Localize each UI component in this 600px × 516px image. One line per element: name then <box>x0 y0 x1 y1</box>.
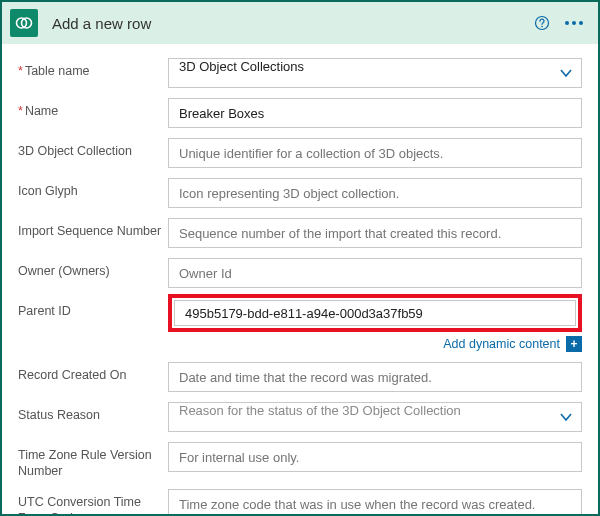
field-row-parent-id: Parent ID <box>18 294 582 332</box>
field-row-collection: 3D Object Collection <box>18 138 582 168</box>
card-title: Add a new row <box>52 15 530 32</box>
field-label: *Name <box>18 98 168 120</box>
tz-rule-input[interactable] <box>168 442 582 472</box>
import-seq-input[interactable] <box>168 218 582 248</box>
field-row-status-reason: Status Reason Reason for the status of t… <box>18 402 582 432</box>
table-name-value: 3D Object Collections <box>168 58 582 88</box>
record-created-input[interactable] <box>168 362 582 392</box>
field-label: UTC Conversion Time Zone Code <box>18 489 168 514</box>
dynamic-content-row: Add dynamic content + <box>18 336 582 352</box>
field-row-record-created: Record Created On <box>18 362 582 392</box>
name-input[interactable] <box>168 98 582 128</box>
owner-input-wrap <box>168 258 582 288</box>
field-label: *Table name <box>18 58 168 80</box>
svg-point-3 <box>541 26 543 28</box>
field-label: Icon Glyph <box>18 178 168 200</box>
field-label: Import Sequence Number <box>18 218 168 240</box>
parent-id-highlight <box>168 294 582 332</box>
field-label: Status Reason <box>18 402 168 424</box>
name-input-wrap <box>168 98 582 128</box>
field-label: Time Zone Rule Version Number <box>18 442 168 479</box>
parent-id-input[interactable] <box>174 300 576 326</box>
field-row-utc-conv: UTC Conversion Time Zone Code <box>18 489 582 514</box>
help-button[interactable] <box>530 11 554 35</box>
record-created-input-wrap <box>168 362 582 392</box>
icon-glyph-input-wrap <box>168 178 582 208</box>
field-row-import-seq: Import Sequence Number <box>18 218 582 248</box>
field-row-table-name: *Table name 3D Object Collections <box>18 58 582 88</box>
status-reason-value: Reason for the status of the 3D Object C… <box>168 402 582 432</box>
connector-logo <box>10 9 38 37</box>
collection-input-wrap <box>168 138 582 168</box>
card-header: Add a new row <box>2 2 598 44</box>
field-label: Record Created On <box>18 362 168 384</box>
collection-input[interactable] <box>168 138 582 168</box>
import-seq-input-wrap <box>168 218 582 248</box>
owner-input[interactable] <box>168 258 582 288</box>
field-label: Owner (Owners) <box>18 258 168 280</box>
utc-conv-input[interactable] <box>168 489 582 514</box>
dynamic-content-badge-icon: + <box>566 336 582 352</box>
field-row-owner: Owner (Owners) <box>18 258 582 288</box>
field-label: 3D Object Collection <box>18 138 168 160</box>
add-dynamic-content-label: Add dynamic content <box>443 337 560 351</box>
add-dynamic-content-link[interactable]: Add dynamic content + <box>443 336 582 352</box>
field-row-icon-glyph: Icon Glyph <box>18 178 582 208</box>
icon-glyph-input[interactable] <box>168 178 582 208</box>
tz-rule-input-wrap <box>168 442 582 472</box>
field-row-name: *Name <box>18 98 582 128</box>
field-row-tz-rule: Time Zone Rule Version Number <box>18 442 582 479</box>
dataverse-icon <box>15 14 33 32</box>
utc-conv-input-wrap <box>168 489 582 514</box>
card-body: *Table name 3D Object Collections *Name … <box>2 44 598 514</box>
status-reason-select[interactable]: Reason for the status of the 3D Object C… <box>168 402 582 432</box>
help-icon <box>534 15 550 31</box>
more-menu-button[interactable] <box>562 11 586 35</box>
field-label: Parent ID <box>18 294 168 320</box>
action-card: Add a new row *Table name 3D Object Coll… <box>0 0 600 516</box>
table-name-select[interactable]: 3D Object Collections <box>168 58 582 88</box>
